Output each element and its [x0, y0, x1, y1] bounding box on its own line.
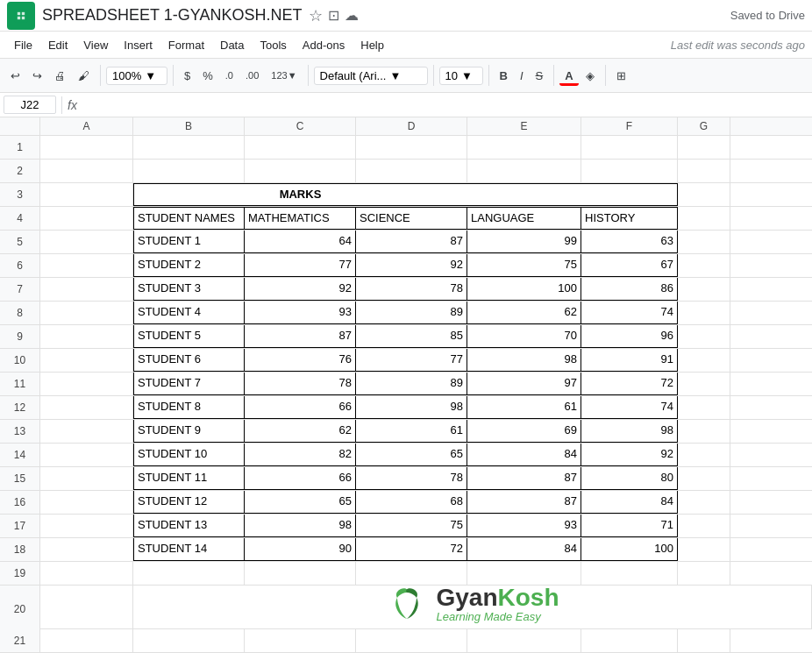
cell-b19[interactable]	[133, 562, 245, 585]
cell-g18[interactable]	[678, 538, 730, 561]
cell-a7[interactable]	[40, 278, 133, 301]
cell-g2[interactable]	[678, 160, 730, 182]
row-num-12[interactable]: 12	[0, 396, 40, 419]
decimal0-button[interactable]: .0	[220, 67, 239, 84]
cell-math-10[interactable]: 76	[245, 349, 356, 372]
cell-name-5[interactable]: STUDENT 1	[133, 231, 245, 253]
cell-name-16[interactable]: STUDENT 12	[133, 491, 245, 514]
cell-g7[interactable]	[678, 278, 730, 301]
menu-format[interactable]: Format	[161, 36, 211, 54]
redo-button[interactable]: ↪	[27, 66, 47, 86]
cell-hist-18[interactable]: 100	[581, 538, 678, 561]
cell-sci-10[interactable]: 77	[356, 349, 467, 372]
cell-a12[interactable]	[40, 396, 133, 419]
cell-e1[interactable]	[467, 136, 581, 159]
col-header-f[interactable]: F	[581, 117, 678, 135]
row-num-4[interactable]: 4	[0, 207, 40, 230]
cell-name-14[interactable]: STUDENT 10	[133, 444, 245, 466]
cell-name-11[interactable]: STUDENT 7	[133, 373, 245, 395]
cell-e3[interactable]	[467, 183, 581, 206]
print-button[interactable]: 🖨	[49, 66, 71, 86]
cell-lang-12[interactable]: 61	[467, 396, 581, 419]
bold-button[interactable]: B	[495, 66, 513, 86]
row-num-1[interactable]: 1	[0, 136, 40, 159]
cell-sci-5[interactable]: 87	[356, 231, 467, 253]
cell-math-17[interactable]: 98	[245, 515, 356, 537]
cell-g4[interactable]	[678, 207, 730, 230]
menu-edit[interactable]: Edit	[41, 36, 75, 54]
paint-format-button[interactable]: 🖌	[73, 66, 95, 86]
cell-g9[interactable]	[678, 325, 730, 348]
cell-c4[interactable]: MATHEMATICS	[245, 207, 356, 230]
row-num-5[interactable]: 5	[0, 231, 40, 253]
row-num-6[interactable]: 6	[0, 254, 40, 277]
cell-a11[interactable]	[40, 373, 133, 395]
cell-hist-10[interactable]: 91	[581, 349, 678, 372]
cell-d3[interactable]	[356, 183, 467, 206]
row-num-19[interactable]: 19	[0, 562, 40, 585]
cell-a19[interactable]	[40, 562, 133, 585]
cell-g17[interactable]	[678, 515, 730, 537]
borders-button[interactable]: ⊞	[611, 66, 631, 86]
cell-a2[interactable]	[40, 160, 133, 182]
cell-a15[interactable]	[40, 467, 133, 490]
row-num-9[interactable]: 9	[0, 325, 40, 348]
cell-lang-9[interactable]: 70	[467, 325, 581, 348]
cell-a20[interactable]	[40, 586, 133, 629]
row-num-3[interactable]: 3	[0, 183, 40, 206]
star-icon[interactable]: ☆	[309, 6, 323, 25]
cell-sci-13[interactable]: 61	[356, 420, 467, 443]
cell-name-8[interactable]: STUDENT 4	[133, 302, 245, 324]
cell-name-10[interactable]: STUDENT 6	[133, 349, 245, 372]
move-to-icon[interactable]: ⊡	[328, 7, 339, 24]
cell-a8[interactable]	[40, 302, 133, 324]
cell-d1[interactable]	[356, 136, 467, 159]
currency-button[interactable]: $	[179, 66, 196, 86]
undo-button[interactable]: ↩	[5, 66, 25, 86]
cell-sci-14[interactable]: 65	[356, 444, 467, 466]
cell-sci-6[interactable]: 92	[356, 254, 467, 277]
menu-addons[interactable]: Add-ons	[296, 36, 352, 54]
menu-insert[interactable]: Insert	[117, 36, 160, 54]
row-num-7[interactable]: 7	[0, 278, 40, 301]
cell-f1[interactable]	[581, 136, 678, 159]
cell-g8[interactable]	[678, 302, 730, 324]
cell-lang-7[interactable]: 100	[467, 278, 581, 301]
cell-a10[interactable]	[40, 349, 133, 372]
cell-b1[interactable]	[133, 136, 245, 159]
cell-hist-17[interactable]: 71	[581, 515, 678, 537]
cell-math-8[interactable]: 93	[245, 302, 356, 324]
row-num-8[interactable]: 8	[0, 302, 40, 324]
menu-data[interactable]: Data	[213, 36, 251, 54]
format123-button[interactable]: 123▼	[266, 67, 302, 84]
cell-a5[interactable]	[40, 231, 133, 253]
cell-lang-17[interactable]: 93	[467, 515, 581, 537]
cell-a3[interactable]	[40, 183, 133, 206]
cell-c19[interactable]	[245, 562, 356, 585]
row-num-14[interactable]: 14	[0, 444, 40, 466]
col-header-g[interactable]: G	[678, 117, 730, 135]
row-num-17[interactable]: 17	[0, 515, 40, 537]
col-header-a[interactable]: A	[40, 117, 133, 135]
fill-color-button[interactable]: ◈	[581, 66, 600, 86]
cell-g14[interactable]	[678, 444, 730, 466]
cell-name-18[interactable]: STUDENT 14	[133, 538, 245, 561]
cell-c1[interactable]	[245, 136, 356, 159]
cell-d4[interactable]: SCIENCE	[356, 207, 467, 230]
cell-name-12[interactable]: STUDENT 8	[133, 396, 245, 419]
cell-math-12[interactable]: 66	[245, 396, 356, 419]
cell-g10[interactable]	[678, 349, 730, 372]
cell-hist-6[interactable]: 67	[581, 254, 678, 277]
cell-sci-11[interactable]: 89	[356, 373, 467, 395]
cell-math-18[interactable]: 90	[245, 538, 356, 561]
cell-b21[interactable]	[133, 629, 245, 652]
cell-g19[interactable]	[678, 562, 730, 585]
row-num-16[interactable]: 16	[0, 491, 40, 514]
cell-sci-16[interactable]: 68	[356, 491, 467, 514]
cell-a6[interactable]	[40, 254, 133, 277]
row-num-21[interactable]: 21	[0, 629, 40, 652]
cell-sci-8[interactable]: 89	[356, 302, 467, 324]
cell-name-17[interactable]: STUDENT 13	[133, 515, 245, 537]
decimal2-button[interactable]: .00	[240, 67, 264, 84]
cell-lang-5[interactable]: 99	[467, 231, 581, 253]
